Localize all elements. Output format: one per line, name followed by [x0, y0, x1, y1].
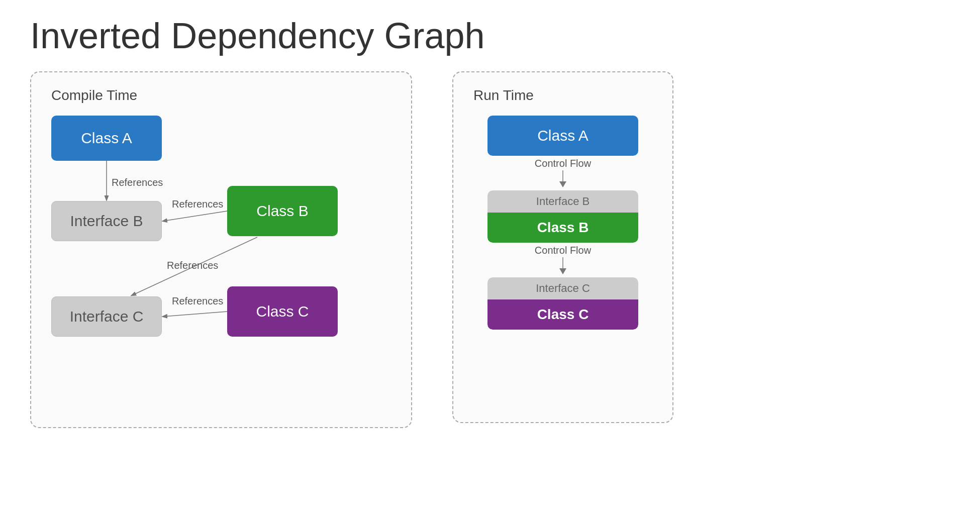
runtime-inner: Class A Control Flow Interface B Class B: [473, 116, 652, 330]
runtime-interfaceC-classC-stack: Interface C Class C: [487, 277, 638, 330]
svg-text:References: References: [172, 295, 223, 307]
runtime-classB-node: Class B: [487, 213, 638, 243]
svg-text:References: References: [167, 260, 218, 271]
runtime-interfaceC-node: Interface C: [487, 277, 638, 299]
runtime-diagram: Run Time Class A Control Flow Interface …: [452, 71, 673, 423]
svg-text:References: References: [172, 198, 223, 210]
runtime-interfaceB-node: Interface B: [487, 190, 638, 213]
runtime-arrow2: Control Flow: [535, 245, 591, 275]
compile-classC-node: Class C: [227, 286, 338, 337]
runtime-arrow1-icon: [555, 170, 570, 188]
compile-time-diagram: Compile Time References References Refer…: [30, 71, 412, 428]
runtime-interfaceB-classB-stack: Interface B Class B: [487, 190, 638, 243]
svg-marker-9: [559, 181, 566, 187]
svg-line-2: [163, 211, 227, 221]
svg-marker-11: [559, 268, 566, 274]
compile-time-label: Compile Time: [51, 87, 391, 104]
runtime-label: Run Time: [473, 87, 652, 104]
svg-text:References: References: [112, 177, 163, 188]
compile-classA-node: Class A: [51, 116, 162, 161]
diagrams-row: Compile Time References References Refer…: [30, 71, 950, 428]
page-title: Inverted Dependency Graph: [30, 15, 950, 56]
compile-interfaceC-node: Interface C: [51, 296, 162, 337]
runtime-classA-node: Class A: [487, 116, 638, 156]
runtime-arrow2-icon: [555, 257, 570, 275]
compile-interfaceB-node: Interface B: [51, 201, 162, 241]
runtime-classC-node: Class C: [487, 299, 638, 330]
compile-time-inner: References References References Referen…: [51, 116, 383, 407]
compile-classB-node: Class B: [227, 186, 338, 236]
svg-line-6: [163, 312, 227, 317]
runtime-arrow1: Control Flow: [535, 158, 591, 188]
